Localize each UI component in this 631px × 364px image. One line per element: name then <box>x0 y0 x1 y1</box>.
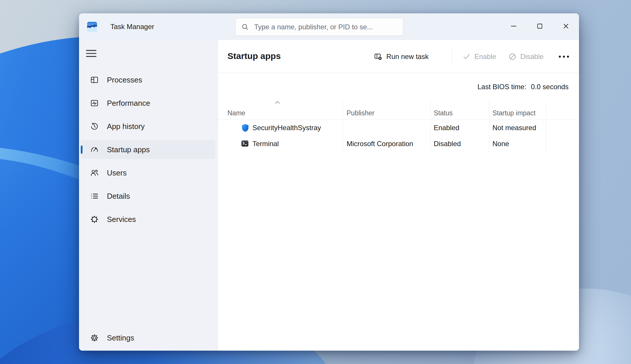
gear-icon <box>90 333 99 342</box>
terminal-icon <box>241 139 250 148</box>
sidebar-item-label: Processes <box>107 76 142 85</box>
sidebar-item-users[interactable]: Users <box>81 164 215 182</box>
column-header-startup-impact[interactable]: Startup impact <box>492 109 535 117</box>
task-manager-app-icon <box>87 22 97 32</box>
row-name: SecurityHealthSystray <box>252 124 321 132</box>
sidebar-item-label: Settings <box>107 333 134 343</box>
main-content: Startup apps Run new task <box>218 40 579 351</box>
task-manager-window: Task Manager <box>79 13 579 351</box>
window-title: Task Manager <box>110 13 154 40</box>
row-startup-impact: None <box>492 140 509 148</box>
performance-icon <box>90 99 99 107</box>
table-row[interactable]: SecurityHealthSystray Enabled Not measur… <box>218 120 579 136</box>
startup-apps-table: Name Publisher Status Startup impact <box>218 40 579 351</box>
sort-ascending-icon <box>274 101 281 104</box>
sidebar-item-label: Startup apps <box>107 145 150 154</box>
navigation-menu-button[interactable] <box>84 46 99 60</box>
users-icon <box>90 168 99 177</box>
column-header-publisher[interactable]: Publisher <box>347 109 374 117</box>
row-startup-impact: Not measured <box>492 124 536 132</box>
maximize-button[interactable] <box>527 13 553 39</box>
sidebar-item-label: Users <box>107 168 127 177</box>
desktop: Task Manager <box>0 0 631 364</box>
column-header-name[interactable]: Name <box>227 109 245 117</box>
row-name: Terminal <box>252 140 279 148</box>
titlebar[interactable]: Task Manager <box>79 13 579 40</box>
row-status: Disabled <box>434 140 461 148</box>
sidebar-item-app-history[interactable]: App history <box>81 117 215 136</box>
sidebar-item-label: Services <box>107 215 136 224</box>
row-status: Enabled <box>434 124 459 132</box>
sidebar-item-performance[interactable]: Performance <box>81 94 215 112</box>
services-icon <box>90 215 99 224</box>
hamburger-icon <box>86 49 96 58</box>
sidebar-item-label: Performance <box>107 99 150 108</box>
close-button[interactable] <box>553 13 579 39</box>
caption-buttons <box>501 13 579 40</box>
selected-indicator <box>81 146 83 154</box>
sidebar-item-label: App history <box>107 122 145 131</box>
search-box[interactable] <box>235 18 403 36</box>
sidebar-item-settings[interactable]: Settings <box>81 329 215 347</box>
sidebar-item-processes[interactable]: Processes <box>81 71 215 89</box>
details-icon <box>90 192 99 200</box>
sidebar: Processes Performance <box>79 40 218 351</box>
app-history-icon <box>90 122 99 131</box>
column-header-status[interactable]: Status <box>434 109 453 117</box>
search-input[interactable] <box>249 23 403 31</box>
security-shield-icon <box>241 123 250 132</box>
processes-icon <box>90 76 99 84</box>
table-row[interactable]: Terminal Microsoft Corporation Disabled … <box>218 136 579 152</box>
sidebar-item-details[interactable]: Details <box>81 187 215 205</box>
sidebar-item-startup-apps[interactable]: Startup apps <box>81 140 215 159</box>
minimize-button[interactable] <box>501 13 527 39</box>
search-icon <box>241 23 249 31</box>
startup-apps-icon <box>90 145 99 154</box>
sidebar-nav-list: Processes Performance <box>81 71 215 233</box>
row-publisher: Microsoft Corporation <box>347 140 413 148</box>
sidebar-item-label: Details <box>107 192 130 201</box>
sidebar-item-services[interactable]: Services <box>81 210 215 229</box>
